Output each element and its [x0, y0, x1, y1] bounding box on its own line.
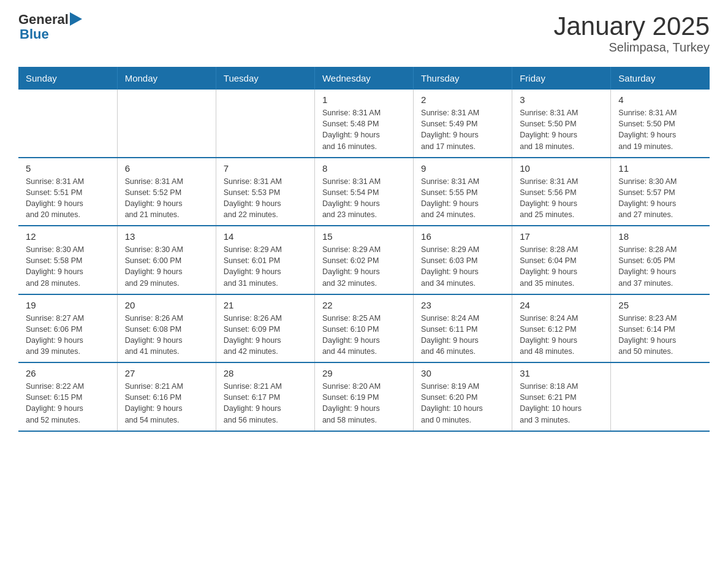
- day-number: 25: [618, 300, 702, 310]
- day-info: Sunrise: 8:24 AM Sunset: 6:11 PM Dayligh…: [421, 313, 504, 358]
- day-number: 11: [618, 163, 702, 174]
- calendar-table: SundayMondayTuesdayWednesdayThursdayFrid…: [18, 67, 710, 432]
- day-info: Sunrise: 8:31 AM Sunset: 5:54 PM Dayligh…: [322, 176, 406, 221]
- calendar-cell: [611, 362, 710, 431]
- day-info: Sunrise: 8:22 AM Sunset: 6:15 PM Dayligh…: [26, 381, 110, 426]
- page-title: January 2025: [553, 12, 710, 40]
- calendar-cell: 13Sunrise: 8:30 AM Sunset: 6:00 PM Dayli…: [117, 226, 216, 294]
- day-info: Sunrise: 8:25 AM Sunset: 6:10 PM Dayligh…: [322, 313, 406, 358]
- day-number: 7: [224, 163, 307, 174]
- calendar-cell: 21Sunrise: 8:26 AM Sunset: 6:09 PM Dayli…: [216, 294, 314, 363]
- day-info: Sunrise: 8:28 AM Sunset: 6:05 PM Dayligh…: [618, 244, 702, 289]
- day-number: 19: [26, 300, 110, 310]
- column-header-sunday: Sunday: [18, 67, 117, 90]
- column-header-tuesday: Tuesday: [216, 67, 314, 90]
- day-number: 16: [421, 231, 504, 242]
- page-subtitle: Selimpasa, Turkey: [553, 40, 710, 55]
- day-number: 14: [224, 231, 307, 242]
- day-number: 8: [322, 163, 406, 174]
- calendar-cell: 10Sunrise: 8:31 AM Sunset: 5:56 PM Dayli…: [512, 158, 611, 226]
- calendar-cell: 17Sunrise: 8:28 AM Sunset: 6:04 PM Dayli…: [512, 226, 611, 294]
- calendar-week-row: 19Sunrise: 8:27 AM Sunset: 6:06 PM Dayli…: [18, 294, 710, 363]
- calendar-cell: 24Sunrise: 8:24 AM Sunset: 6:12 PM Dayli…: [512, 294, 611, 363]
- calendar-cell: 19Sunrise: 8:27 AM Sunset: 6:06 PM Dayli…: [18, 294, 117, 363]
- day-number: 22: [322, 300, 406, 310]
- calendar-cell: 22Sunrise: 8:25 AM Sunset: 6:10 PM Dayli…: [314, 294, 413, 363]
- calendar-cell: 15Sunrise: 8:29 AM Sunset: 6:02 PM Dayli…: [314, 226, 413, 294]
- calendar-cell: 28Sunrise: 8:21 AM Sunset: 6:17 PM Dayli…: [216, 362, 314, 431]
- calendar-cell: 23Sunrise: 8:24 AM Sunset: 6:11 PM Dayli…: [414, 294, 512, 363]
- day-info: Sunrise: 8:31 AM Sunset: 5:56 PM Dayligh…: [520, 176, 603, 221]
- calendar-cell: 12Sunrise: 8:30 AM Sunset: 5:58 PM Dayli…: [18, 226, 117, 294]
- logo-general-text: General: [18, 12, 69, 27]
- logo-blue-text: Blue: [18, 27, 82, 42]
- day-number: 30: [421, 368, 504, 378]
- day-info: Sunrise: 8:23 AM Sunset: 6:14 PM Dayligh…: [618, 313, 702, 358]
- calendar-cell: [18, 90, 117, 158]
- day-number: 27: [125, 368, 208, 378]
- day-number: 9: [421, 163, 504, 174]
- calendar-week-row: 1Sunrise: 8:31 AM Sunset: 5:48 PM Daylig…: [18, 90, 710, 158]
- day-info: Sunrise: 8:26 AM Sunset: 6:08 PM Dayligh…: [125, 313, 208, 358]
- day-info: Sunrise: 8:31 AM Sunset: 5:49 PM Dayligh…: [421, 107, 504, 152]
- calendar-header-row: SundayMondayTuesdayWednesdayThursdayFrid…: [18, 67, 710, 90]
- calendar-cell: 27Sunrise: 8:21 AM Sunset: 6:16 PM Dayli…: [117, 362, 216, 431]
- title-block: January 2025 Selimpasa, Turkey: [553, 12, 710, 55]
- calendar-cell: 18Sunrise: 8:28 AM Sunset: 6:05 PM Dayli…: [611, 226, 710, 294]
- day-info: Sunrise: 8:29 AM Sunset: 6:02 PM Dayligh…: [322, 244, 406, 289]
- day-number: 12: [26, 231, 110, 242]
- calendar-cell: 9Sunrise: 8:31 AM Sunset: 5:55 PM Daylig…: [414, 158, 512, 226]
- calendar-cell: 29Sunrise: 8:20 AM Sunset: 6:19 PM Dayli…: [314, 362, 413, 431]
- logo-arrow-icon: [70, 12, 82, 26]
- page-header: General Blue January 2025 Selimpasa, Tur…: [18, 12, 710, 55]
- day-info: Sunrise: 8:31 AM Sunset: 5:52 PM Dayligh…: [125, 176, 208, 221]
- day-number: 5: [26, 163, 110, 174]
- day-info: Sunrise: 8:21 AM Sunset: 6:16 PM Dayligh…: [125, 381, 208, 426]
- calendar-cell: 4Sunrise: 8:31 AM Sunset: 5:50 PM Daylig…: [611, 90, 710, 158]
- day-info: Sunrise: 8:31 AM Sunset: 5:50 PM Dayligh…: [520, 107, 603, 152]
- day-info: Sunrise: 8:21 AM Sunset: 6:17 PM Dayligh…: [224, 381, 307, 426]
- day-number: 18: [618, 231, 702, 242]
- calendar-week-row: 12Sunrise: 8:30 AM Sunset: 5:58 PM Dayli…: [18, 226, 710, 294]
- day-number: 29: [322, 368, 406, 378]
- day-info: Sunrise: 8:24 AM Sunset: 6:12 PM Dayligh…: [520, 313, 603, 358]
- day-info: Sunrise: 8:29 AM Sunset: 6:01 PM Dayligh…: [224, 244, 307, 289]
- day-info: Sunrise: 8:19 AM Sunset: 6:20 PM Dayligh…: [421, 381, 504, 426]
- day-info: Sunrise: 8:30 AM Sunset: 5:58 PM Dayligh…: [26, 244, 110, 289]
- column-header-monday: Monday: [117, 67, 216, 90]
- calendar-cell: 25Sunrise: 8:23 AM Sunset: 6:14 PM Dayli…: [611, 294, 710, 363]
- svg-marker-0: [70, 12, 82, 26]
- day-info: Sunrise: 8:29 AM Sunset: 6:03 PM Dayligh…: [421, 244, 504, 289]
- calendar-cell: 31Sunrise: 8:18 AM Sunset: 6:21 PM Dayli…: [512, 362, 611, 431]
- calendar-week-row: 26Sunrise: 8:22 AM Sunset: 6:15 PM Dayli…: [18, 362, 710, 431]
- day-info: Sunrise: 8:18 AM Sunset: 6:21 PM Dayligh…: [520, 381, 603, 426]
- calendar-cell: 11Sunrise: 8:30 AM Sunset: 5:57 PM Dayli…: [611, 158, 710, 226]
- day-number: 17: [520, 231, 603, 242]
- calendar-cell: 26Sunrise: 8:22 AM Sunset: 6:15 PM Dayli…: [18, 362, 117, 431]
- logo: General Blue: [18, 12, 82, 42]
- column-header-wednesday: Wednesday: [314, 67, 413, 90]
- column-header-thursday: Thursday: [414, 67, 512, 90]
- day-number: 24: [520, 300, 603, 310]
- calendar-week-row: 5Sunrise: 8:31 AM Sunset: 5:51 PM Daylig…: [18, 158, 710, 226]
- day-info: Sunrise: 8:28 AM Sunset: 6:04 PM Dayligh…: [520, 244, 603, 289]
- day-number: 3: [520, 94, 603, 105]
- calendar-cell: 30Sunrise: 8:19 AM Sunset: 6:20 PM Dayli…: [414, 362, 512, 431]
- day-info: Sunrise: 8:27 AM Sunset: 6:06 PM Dayligh…: [26, 313, 110, 358]
- day-info: Sunrise: 8:31 AM Sunset: 5:53 PM Dayligh…: [224, 176, 307, 221]
- column-header-friday: Friday: [512, 67, 611, 90]
- calendar-cell: 1Sunrise: 8:31 AM Sunset: 5:48 PM Daylig…: [314, 90, 413, 158]
- day-number: 26: [26, 368, 110, 378]
- calendar-cell: 20Sunrise: 8:26 AM Sunset: 6:08 PM Dayli…: [117, 294, 216, 363]
- day-number: 1: [322, 94, 406, 105]
- calendar-cell: 3Sunrise: 8:31 AM Sunset: 5:50 PM Daylig…: [512, 90, 611, 158]
- calendar-cell: [117, 90, 216, 158]
- day-info: Sunrise: 8:31 AM Sunset: 5:48 PM Dayligh…: [322, 107, 406, 152]
- day-info: Sunrise: 8:26 AM Sunset: 6:09 PM Dayligh…: [224, 313, 307, 358]
- day-number: 2: [421, 94, 504, 105]
- day-info: Sunrise: 8:31 AM Sunset: 5:50 PM Dayligh…: [618, 107, 702, 152]
- calendar-cell: 8Sunrise: 8:31 AM Sunset: 5:54 PM Daylig…: [314, 158, 413, 226]
- day-number: 4: [618, 94, 702, 105]
- day-number: 21: [224, 300, 307, 310]
- day-info: Sunrise: 8:31 AM Sunset: 5:55 PM Dayligh…: [421, 176, 504, 221]
